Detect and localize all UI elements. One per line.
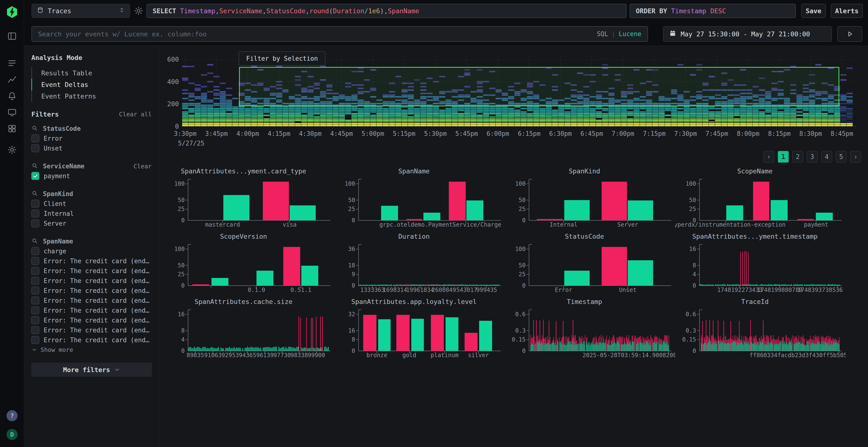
delta-chart-spanattributes-yment-card-type[interactable]: SpanAttributes...yment.card_type02550100… <box>164 166 334 231</box>
filter-option[interactable]: Client <box>31 199 152 209</box>
sql-toggle[interactable]: SQL <box>597 30 608 38</box>
delta-chart-timestamp[interactable]: Timestamp00.150.30.62025-05-28T03:59:14.… <box>505 296 675 361</box>
checkbox[interactable] <box>31 209 39 217</box>
delta-chart-spanattributes-yment-timestamp[interactable]: SpanAttributes...yment.timestamp04816174… <box>675 231 846 296</box>
filter-option[interactable]: Error: The credit card (end… <box>31 325 152 335</box>
filter-option[interactable]: payment <box>31 171 152 181</box>
delta-chart-spanname[interactable]: SpanName02550100grpc.oteldemo.PaymentSer… <box>334 166 505 231</box>
order-by-input[interactable]: ORDER BY Timestamp DESC <box>630 4 796 18</box>
time-range-selection[interactable] <box>240 67 839 106</box>
filter-option[interactable]: Server <box>31 218 152 228</box>
search-icon[interactable] <box>31 190 38 198</box>
checkbox[interactable] <box>31 326 39 334</box>
delta-chart-scopename[interactable]: ScopeName02550100@hyperdx/instrumentatio… <box>675 166 846 231</box>
more-filters-button[interactable]: More filters <box>31 363 152 377</box>
blocks-icon[interactable] <box>0 121 24 137</box>
checkbox[interactable] <box>31 277 39 285</box>
checkbox[interactable] <box>31 297 39 304</box>
checkbox[interactable] <box>31 134 39 142</box>
svg-text:payment: payment <box>804 221 828 228</box>
main-panel: 3:30pm3:45pm4:00pm4:15pm4:30pm4:45pm5:00… <box>159 46 868 447</box>
delta-chart-scopeversion[interactable]: ScopeVersion025501000.1.00.51.1 <box>164 231 334 296</box>
filter-option[interactable]: charge <box>31 246 152 256</box>
clear-all-filters[interactable]: Clear all <box>119 111 152 118</box>
page-button-2[interactable]: 2 <box>792 151 803 163</box>
hyperdx-logo-icon[interactable] <box>5 5 19 19</box>
page-button-1[interactable]: 1 <box>778 151 789 163</box>
filter-option[interactable]: Error: The credit card (end… <box>31 286 152 296</box>
page-button-4[interactable]: 4 <box>821 151 832 163</box>
run-query-button[interactable] <box>837 26 862 42</box>
line-chart-icon[interactable] <box>0 71 24 88</box>
search-icon[interactable] <box>31 125 38 133</box>
pagination: ‹12345› <box>763 151 861 163</box>
save-button[interactable]: Save <box>802 4 826 18</box>
monitor-icon[interactable] <box>0 104 24 121</box>
checkbox[interactable] <box>31 267 39 275</box>
filter-option[interactable]: Error: The credit card (end… <box>31 266 152 276</box>
svg-text:96139: 96139 <box>256 352 274 358</box>
gear-icon[interactable] <box>0 142 24 158</box>
search-icon[interactable] <box>31 162 38 170</box>
filter-option[interactable]: Error <box>31 133 152 143</box>
checkbox[interactable] <box>31 219 39 227</box>
filter-option[interactable]: Unset <box>31 143 152 153</box>
svg-text:4:45pm: 4:45pm <box>330 130 353 137</box>
delta-chart-spankind[interactable]: SpanKind02550100InternalServer <box>505 166 675 231</box>
checkbox[interactable] <box>31 257 39 265</box>
checkbox[interactable] <box>31 286 39 295</box>
bell-icon[interactable] <box>0 88 24 104</box>
search-icon[interactable] <box>31 238 38 245</box>
source-settings-gear-icon[interactable] <box>133 5 144 16</box>
svg-text:600: 600 <box>167 56 179 63</box>
checkbox[interactable] <box>31 144 39 152</box>
filter-group-spankind: SpanKindClientInternalServer <box>31 189 152 228</box>
delta-chart-spanattributes-cache-size[interactable]: SpanAttributes.cache.size048168983591063… <box>164 296 334 361</box>
checkbox[interactable] <box>31 306 39 314</box>
clear-filter-servicename[interactable]: Clear <box>133 163 152 170</box>
delta-chart-traceid[interactable]: TraceId00.150.30.6ff860334facdb23d3f430f… <box>675 296 846 361</box>
checkbox[interactable] <box>31 316 39 324</box>
alerts-button[interactable]: Alerts <box>831 4 863 18</box>
mode-item-event-patterns[interactable]: Event Patterns <box>31 90 152 102</box>
filter-option[interactable]: Error: The credit card (end… <box>31 335 152 345</box>
source-select[interactable]: Traces <box>32 4 130 18</box>
filter-option-label: payment <box>44 172 70 180</box>
filter-option[interactable]: Error: The credit card (end… <box>31 276 152 286</box>
date-range-input[interactable]: May 27 15:30:00 - May 27 21:00:00 <box>663 26 832 42</box>
select-query-input[interactable]: SELECT Timestamp,ServiceName,StatusCode,… <box>147 4 626 18</box>
delta-chart-spanattributes-app-loyalty-level[interactable]: SpanAttributes.app.loyalty.level081632br… <box>334 296 505 361</box>
avatar[interactable]: D <box>6 429 18 440</box>
filter-option-label: Error <box>44 135 62 142</box>
svg-text:0.1.0: 0.1.0 <box>248 286 265 294</box>
svg-text:7:00pm: 7:00pm <box>612 130 634 137</box>
page-next-button[interactable]: › <box>850 151 861 163</box>
search-input[interactable]: Search your events w/ Lucene ex. column:… <box>32 26 648 42</box>
logs-icon[interactable] <box>0 55 24 71</box>
checkbox[interactable] <box>31 336 39 344</box>
show-more[interactable]: Show more <box>31 345 152 354</box>
mode-item-event-deltas[interactable]: Event Deltas <box>31 79 152 90</box>
filters-title: Filters <box>31 110 59 118</box>
svg-text:0: 0 <box>181 282 185 289</box>
filter-option[interactable]: Error: The credit card (end… <box>31 296 152 305</box>
delta-chart-statuscode[interactable]: StatusCode02550100ErrorUnset <box>505 231 675 296</box>
delta-chart-duration[interactable]: Duration09183613333631698314199618342600… <box>334 231 505 296</box>
svg-text:Unset: Unset <box>619 286 636 294</box>
mode-item-results-table[interactable]: Results Table <box>31 67 152 79</box>
filter-option[interactable]: Error: The credit card (end… <box>31 315 152 325</box>
page-prev-button[interactable]: ‹ <box>763 151 774 163</box>
help-button[interactable]: ? <box>6 410 18 421</box>
filter-by-selection-button[interactable]: Filter by Selection <box>239 51 325 66</box>
lucene-toggle[interactable]: Lucene <box>619 30 641 38</box>
checkbox[interactable] <box>31 247 39 255</box>
page-button-3[interactable]: 3 <box>807 151 817 163</box>
page-button-5[interactable]: 5 <box>836 151 846 163</box>
checkbox[interactable] <box>31 200 39 208</box>
checkbox-checked[interactable] <box>31 172 39 180</box>
svg-text:2600849: 2600849 <box>432 286 456 294</box>
filter-option[interactable]: Error: The credit card (end… <box>31 305 152 315</box>
filter-option[interactable]: Internal <box>31 209 152 218</box>
filter-option[interactable]: Error: The credit card (end… <box>31 256 152 266</box>
panel-left-icon[interactable] <box>0 28 24 44</box>
